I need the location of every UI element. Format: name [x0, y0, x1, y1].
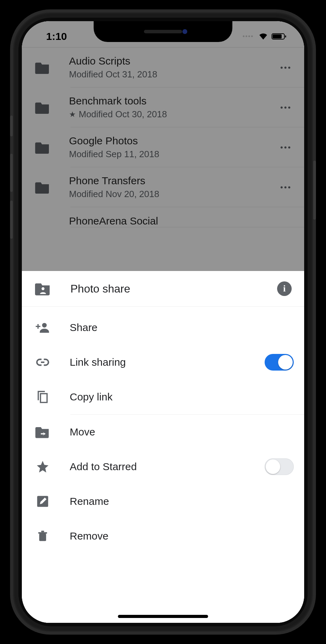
svg-rect-1	[273, 34, 282, 39]
sheet-backdrop[interactable]	[22, 21, 304, 271]
volume-down-button[interactable]	[10, 201, 13, 239]
signal-dots-icon	[243, 35, 253, 37]
battery-icon	[272, 33, 287, 40]
svg-rect-6	[37, 324, 38, 329]
link-sharing-row[interactable]: Link sharing	[22, 345, 304, 380]
star-icon	[35, 459, 50, 474]
move-row[interactable]: Move	[22, 415, 304, 449]
person-add-icon	[35, 320, 50, 335]
svg-rect-11	[41, 531, 44, 532]
power-button[interactable]	[313, 161, 316, 220]
wifi-icon	[258, 33, 268, 40]
rename-row[interactable]: Rename	[22, 484, 304, 519]
folder-move-icon	[35, 424, 50, 440]
home-indicator[interactable]	[118, 615, 208, 618]
copy-link-label: Copy link	[70, 391, 294, 403]
shared-folder-icon	[35, 282, 51, 296]
share-row[interactable]: Share	[22, 310, 304, 345]
svg-point-3	[42, 287, 44, 290]
starred-toggle[interactable]	[265, 458, 294, 475]
action-sheet: Photo share i	[22, 271, 304, 623]
add-starred-label: Add to Starred	[70, 461, 265, 473]
link-sharing-toggle[interactable]	[265, 354, 294, 371]
add-starred-row[interactable]: Add to Starred	[22, 449, 304, 484]
status-time: 1:10	[46, 31, 67, 42]
move-label: Move	[70, 426, 294, 438]
device-notch	[94, 21, 232, 42]
remove-label: Remove	[70, 530, 294, 542]
volume-up-button[interactable]	[10, 154, 13, 192]
svg-rect-7	[41, 394, 47, 402]
svg-rect-10	[38, 532, 47, 534]
edit-icon	[35, 494, 50, 509]
share-label: Share	[70, 322, 294, 333]
svg-point-4	[42, 323, 46, 328]
rename-label: Rename	[70, 495, 294, 507]
link-sharing-label: Link sharing	[70, 356, 265, 368]
remove-row[interactable]: Remove	[22, 519, 304, 553]
trash-icon	[35, 528, 50, 544]
copy-link-row[interactable]: Copy link	[22, 380, 304, 414]
info-button[interactable]: i	[277, 281, 292, 296]
sheet-title: Photo share	[70, 282, 277, 295]
svg-rect-9	[39, 534, 46, 541]
copy-icon	[35, 389, 50, 405]
svg-rect-2	[285, 35, 286, 37]
link-icon	[35, 355, 50, 370]
mute-switch[interactable]	[10, 116, 13, 136]
